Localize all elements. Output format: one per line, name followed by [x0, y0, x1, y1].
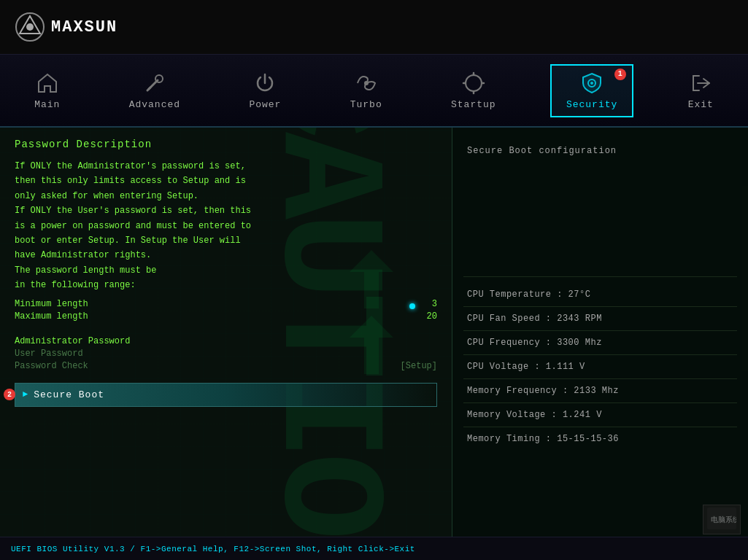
footer-bios-text: UEFI BIOS Utility V1.3 / [11, 545, 141, 553]
watermark: 电脑系统 [703, 505, 741, 534]
svg-text:电脑系统: 电脑系统 [711, 516, 736, 524]
footer-text: UEFI BIOS Utility V1.3 / F1->General Hel… [11, 545, 415, 553]
pwd-line2: then this only limits access to Setup an… [15, 174, 437, 188]
home-icon [36, 71, 59, 95]
cpu-temp-row: CPU Temperature : 27°C [463, 283, 737, 307]
svg-point-13 [590, 82, 593, 85]
svg-line-5 [147, 88, 150, 90]
nav-item-advanced[interactable]: Advanced [115, 66, 195, 116]
admin-section: Administrator Password User Password Pas… [15, 336, 437, 371]
cpu-fan-row: CPU Fan Speed : 2343 RPM [463, 307, 737, 331]
nav-item-security[interactable]: 1 Security [550, 64, 633, 117]
password-check-row[interactable]: Password Check [Setup] [15, 361, 437, 371]
navigation: Main Advanced Power Turbo [0, 55, 748, 128]
nav-item-exit[interactable]: Exit [674, 66, 728, 116]
footer-f1-key: F1 [141, 545, 151, 553]
header: MAXSUN [0, 0, 748, 55]
secure-boot-arrow-icon: ► [23, 389, 28, 400]
min-length-row: Minimum length 3 [15, 299, 437, 309]
left-content: Password Description If ONLY the Adminis… [15, 139, 437, 407]
svg-point-6 [364, 81, 369, 85]
secure-boot-row[interactable]: 2 ► Secure Boot [15, 383, 437, 407]
nav-label-main: Main [34, 99, 60, 110]
security-icon [580, 71, 604, 95]
max-length-row: Maximum length 20 [15, 311, 437, 322]
left-panel: CAUTION Password Description If ONLY the… [0, 128, 452, 537]
footer-f12-desc: ->Screen Shot, Right Click->Exit [250, 545, 415, 553]
mem-freq-row: Memory Frequency : 2133 Mhz [463, 379, 737, 403]
watermark-box: 电脑系统 [703, 505, 741, 534]
nav-item-turbo[interactable]: Turbo [336, 66, 397, 116]
pwd-line9: in the following range: [15, 278, 437, 292]
pwd-line1: If ONLY the Administrator's password is … [15, 159, 437, 174]
svg-point-4 [155, 75, 163, 82]
password-check-value: [Setup] [401, 361, 437, 371]
pwd-line7: have Administrator rights. [15, 248, 437, 262]
password-check-label: Password Check [15, 361, 88, 371]
pwd-line6: boot or enter Setup. In Setup the User w… [15, 233, 437, 248]
svg-point-7 [466, 75, 482, 91]
secure-boot-label: Secure Boot [34, 389, 104, 400]
logo-text: MAXSUN [51, 18, 117, 36]
pwd-line5: is a power on password and must be enter… [15, 219, 437, 233]
password-desc-title: Password Description [15, 139, 437, 150]
nav-item-main[interactable]: Main [20, 66, 74, 116]
password-desc-text: If ONLY the Administrator's password is … [15, 159, 437, 293]
wrench-icon [143, 71, 166, 95]
nav-label-exit: Exit [688, 99, 714, 110]
nav-item-power[interactable]: Power [234, 66, 296, 116]
mem-voltage-row: Memory Voltage : 1.241 V [463, 403, 737, 427]
max-length-label: Maximum length [15, 311, 88, 322]
nav-label-security: Security [566, 99, 617, 110]
turbo-icon [355, 71, 378, 95]
secure-boot-config-label: Secure Boot configuration [463, 139, 737, 277]
min-length-label: Minimum length [15, 299, 88, 309]
exit-icon [689, 71, 712, 95]
maxsun-logo-icon [15, 12, 45, 42]
power-icon [253, 71, 277, 95]
logo: MAXSUN [15, 12, 117, 42]
security-nav-badge: 1 [614, 69, 626, 80]
nav-label-startup: Startup [451, 99, 496, 110]
pwd-line3: only asked for when entering Setup. [15, 189, 437, 203]
main-content: CAUTION Password Description If ONLY the… [0, 128, 748, 537]
startup-icon [462, 71, 485, 95]
nav-label-power: Power [249, 99, 281, 110]
footer: UEFI BIOS Utility V1.3 / F1->General Hel… [0, 537, 748, 560]
nav-label-advanced: Advanced [129, 99, 180, 110]
admin-password-item[interactable]: Administrator Password [15, 336, 437, 346]
cpu-voltage-row: CPU Voltage : 1.111 V [463, 355, 737, 379]
secure-boot-badge: 2 [4, 389, 15, 400]
right-panel: Secure Boot configuration CPU Temperatur… [452, 128, 748, 537]
nav-label-turbo: Turbo [350, 99, 382, 110]
cpu-freq-row: CPU Frequency : 3300 Mhz [463, 331, 737, 355]
min-length-value: 3 [432, 299, 437, 309]
nav-item-startup[interactable]: Startup [436, 66, 511, 116]
pwd-line4: If ONLY the User's password is set, then… [15, 203, 437, 218]
mem-timing-row: Memory Timing : 15-15-15-36 [463, 427, 737, 451]
pwd-line8: The password length must be [15, 263, 437, 278]
max-length-value: 20 [427, 311, 437, 322]
svg-point-2 [26, 23, 34, 31]
footer-f1-desc: ->General Help, [151, 545, 234, 553]
user-password-item[interactable]: User Password [15, 349, 437, 359]
footer-f12-key: F12 [234, 545, 249, 553]
